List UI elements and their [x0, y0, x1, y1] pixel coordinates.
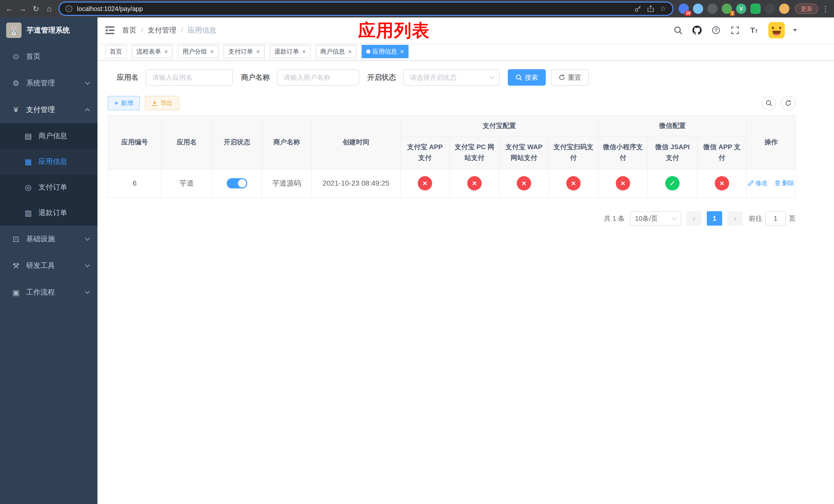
chevron-down-icon	[85, 262, 90, 267]
sidebar-item-refund-orders[interactable]: ▥ 退款订单	[0, 200, 97, 226]
avatar[interactable]	[768, 22, 785, 39]
refresh-table-button[interactable]	[781, 96, 795, 110]
page-content: 应用名 商户名称 开启状态 请选择开启状态 搜索 重置	[97, 61, 834, 504]
tab-app-info[interactable]: 应用信息×	[361, 45, 409, 58]
chevron-down-icon	[85, 289, 90, 294]
sidebar-item-infrastructure[interactable]: ⊡ 基础设施	[0, 226, 97, 252]
reset-button[interactable]: 重置	[551, 69, 589, 86]
forward-icon[interactable]: →	[16, 3, 29, 15]
fullscreen-icon[interactable]	[728, 24, 742, 37]
chevron-up-icon	[85, 108, 90, 113]
app-name-input[interactable]	[146, 69, 233, 86]
github-icon[interactable]	[690, 24, 704, 37]
password-key-icon[interactable]	[634, 5, 641, 12]
trash-icon	[775, 180, 781, 186]
search-button[interactable]: 搜索	[508, 69, 546, 86]
chrome-update-button[interactable]: 更新	[795, 4, 818, 14]
close-icon[interactable]: ×	[210, 48, 214, 55]
tab-refund-orders[interactable]: 退款订单×	[270, 45, 311, 58]
extension-icon-3[interactable]	[707, 4, 718, 14]
extension-icon-5[interactable]: V	[736, 4, 746, 14]
col-wechat-app: 微信 APP 支付	[697, 136, 747, 169]
sidebar-logo[interactable]: 🐰 芋道管理系统	[0, 18, 97, 43]
search-icon	[766, 100, 772, 107]
chevron-down-icon	[672, 215, 677, 220]
add-button[interactable]: + 新增	[108, 96, 140, 110]
breadcrumb: 首页 / 支付管理 / 应用信息	[122, 25, 216, 35]
sidebar-item-payment[interactable]: ¥ 支付管理	[0, 96, 97, 123]
toggle-search-button[interactable]	[762, 96, 776, 110]
total-count: 共 1 条	[604, 214, 625, 223]
prev-page-button[interactable]: ‹	[686, 211, 702, 226]
reload-icon[interactable]: ↻	[30, 3, 42, 15]
address-bar[interactable]: i localhost:1024/pay/app ☆	[60, 3, 673, 15]
home-icon[interactable]: ⌂	[43, 3, 56, 15]
col-alipay-pc: 支付宝 PC 网站支付	[449, 136, 499, 169]
alipay-wap-status-icon: ×	[517, 176, 531, 190]
page-size-select[interactable]: 10条/页	[630, 211, 681, 226]
help-icon[interactable]: ?	[709, 24, 723, 37]
sidebar-item-dev-tools[interactable]: ⚒ 研发工具	[0, 252, 97, 279]
page-number-1[interactable]: 1	[707, 211, 722, 226]
avatar-caret-icon[interactable]	[793, 29, 797, 31]
status-select[interactable]: 请选择开启状态	[403, 69, 500, 86]
app-title: 芋道管理系统	[27, 25, 70, 35]
back-icon[interactable]: ←	[3, 3, 15, 15]
bookmark-star-icon[interactable]: ☆	[660, 5, 666, 12]
sidebar-item-system[interactable]: ⚙ 系统管理	[0, 70, 97, 96]
extension-icon-7[interactable]	[765, 4, 775, 14]
close-icon[interactable]: ×	[348, 48, 352, 55]
extensions-area: 10 1 V	[679, 4, 789, 14]
status-label: 开启状态	[367, 72, 396, 82]
close-icon[interactable]: ×	[400, 48, 404, 55]
goto-page-input[interactable]	[765, 211, 786, 226]
browser-toolbar: ← → ↻ ⌂ i localhost:1024/pay/app ☆ 10 1 …	[0, 0, 834, 18]
sidebar-item-home[interactable]: ⊙ 首页	[0, 43, 97, 70]
refresh-icon	[785, 100, 792, 107]
extension-icon-4[interactable]: 1	[722, 4, 732, 14]
search-icon[interactable]	[672, 24, 685, 37]
close-icon[interactable]: ×	[256, 48, 260, 55]
merchant-card-icon: ▤	[23, 132, 34, 140]
col-alipay-wap: 支付宝 WAP 网站支付	[499, 136, 549, 169]
font-size-icon[interactable]: TT	[747, 24, 761, 37]
extension-icon-8[interactable]	[779, 4, 789, 14]
tab-merchant-info[interactable]: 商户信息×	[316, 45, 356, 58]
sidebar-item-workflow[interactable]: ▣ 工作流程	[0, 279, 97, 305]
wechat-jsapi-status-icon: ✓	[665, 176, 680, 190]
sidebar-item-pay-orders[interactable]: ◎ 支付订单	[0, 174, 97, 200]
sidebar-item-merchant-info[interactable]: ▤ 商户信息	[0, 123, 97, 149]
edit-link[interactable]: 修改	[748, 179, 768, 187]
wechat-app-status-icon: ×	[715, 176, 729, 190]
site-info-icon[interactable]: i	[66, 5, 72, 12]
tab-process-form[interactable]: 流程表单×	[132, 45, 173, 58]
close-icon[interactable]: ×	[302, 48, 306, 55]
cell-app-id: 6	[108, 169, 161, 198]
wechat-mini-status-icon: ×	[616, 176, 630, 190]
cell-created-at: 2021-10-23 08:49:25	[312, 169, 400, 198]
merchant-name-input[interactable]	[277, 69, 359, 86]
breadcrumb-home[interactable]: 首页	[122, 25, 136, 35]
extension-icon-6[interactable]	[750, 4, 761, 14]
tab-pay-orders[interactable]: 支付订单×	[224, 45, 264, 58]
browser-menu-icon[interactable]: ⋮	[822, 4, 829, 13]
next-page-button[interactable]: ›	[727, 211, 743, 226]
chevron-down-icon	[489, 74, 495, 79]
sidebar-item-app-info[interactable]: ▦ 应用信息	[0, 149, 97, 174]
export-button[interactable]: 导出	[145, 96, 179, 110]
pagination: 共 1 条 10条/页 ‹ 1 › 前往 页	[108, 211, 795, 226]
tab-home[interactable]: 首页	[105, 45, 127, 58]
status-toggle[interactable]	[227, 178, 247, 188]
tab-user-group[interactable]: 用户分组×	[178, 45, 219, 58]
yen-icon: ¥	[10, 105, 22, 114]
close-icon[interactable]: ×	[164, 48, 168, 55]
extension-icon-2[interactable]	[693, 4, 703, 14]
extension-icon-1[interactable]: 10	[679, 4, 689, 14]
chevron-down-icon	[85, 235, 90, 241]
share-icon[interactable]	[647, 5, 654, 12]
table-toolbar: + 新增 导出	[108, 96, 795, 110]
hamburger-icon[interactable]	[97, 18, 122, 43]
breadcrumb-payment: 支付管理	[148, 25, 176, 35]
delete-link[interactable]: 删除	[775, 179, 794, 187]
alipay-pc-status-icon: ×	[467, 176, 482, 190]
